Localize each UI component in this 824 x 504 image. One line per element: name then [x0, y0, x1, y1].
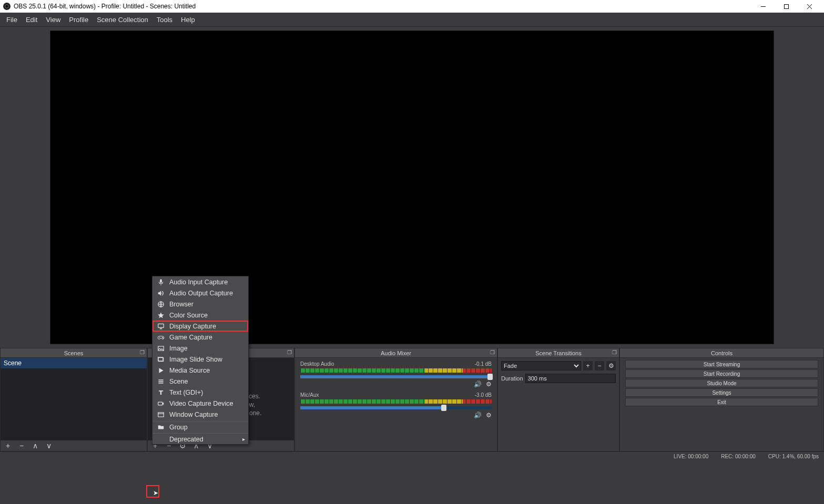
window-maximize-button[interactable] — [775, 0, 798, 13]
window-capture-icon — [157, 411, 165, 418]
context-menu-item-browser[interactable]: Browser — [152, 299, 248, 310]
transition-duration-label: Duration — [501, 375, 523, 382]
channel-meter — [300, 399, 492, 404]
context-menu-item-text-gdi-[interactable]: Text (GDI+) — [152, 387, 248, 398]
context-menu-item-label: Window Capture — [169, 411, 218, 418]
dock-popout-icon[interactable]: ❐ — [287, 349, 292, 355]
obs-logo-icon — [3, 3, 11, 10]
docks-row: Scenes ❐ Scene + − ∧ ∨ Sources ❐ — [0, 348, 824, 451]
dock-popout-icon[interactable]: ❐ — [140, 349, 145, 355]
channel-settings-icon[interactable]: ⚙ — [486, 412, 492, 419]
menu-profile[interactable]: Profile — [65, 14, 93, 26]
channel-volume-slider[interactable] — [300, 375, 492, 378]
settings-button[interactable]: Settings — [625, 388, 818, 397]
context-menu-item-label: Browser — [169, 301, 194, 308]
context-menu-item-image[interactable]: Image — [152, 343, 248, 354]
menu-edit[interactable]: Edit — [22, 14, 42, 26]
preview-area — [0, 27, 824, 348]
menu-view[interactable]: View — [42, 14, 65, 26]
audio-output-capture-icon — [157, 290, 165, 297]
svg-rect-11 — [158, 402, 162, 405]
menu-file[interactable]: File — [2, 14, 22, 26]
scene-add-button[interactable]: + — [4, 441, 12, 450]
context-menu-item-color-source[interactable]: Color Source — [152, 310, 248, 321]
context-menu-item-display-capture[interactable]: Display Capture — [152, 321, 248, 332]
controls-body: Start Streaming Start Recording Studio M… — [620, 358, 823, 451]
add-source-context-menu[interactable]: Audio Input CaptureAudio Output CaptureB… — [152, 276, 249, 445]
context-menu-item-label: Game Capture — [169, 334, 212, 341]
svg-rect-3 — [784, 4, 788, 8]
context-menu-item-label: Image — [169, 345, 188, 352]
text-gdi--icon — [157, 389, 165, 396]
scene-move-down-button[interactable]: ∨ — [45, 441, 53, 450]
start-recording-button[interactable]: Start Recording — [625, 369, 818, 378]
dock-controls-header[interactable]: Controls — [620, 348, 823, 358]
channel-volume-slider[interactable] — [300, 406, 492, 409]
app-frame: File Edit View Profile Scene Collection … — [0, 13, 824, 504]
start-streaming-button[interactable]: Start Streaming — [625, 360, 818, 368]
menu-help[interactable]: Help — [177, 14, 199, 26]
scene-row[interactable]: Scene — [1, 358, 147, 368]
context-menu-item-game-capture[interactable]: Game Capture — [152, 332, 248, 343]
context-menu-item-group[interactable]: Group — [152, 421, 248, 432]
dock-mixer-title: Audio Mixer — [381, 350, 411, 356]
context-menu-item-audio-output-capture[interactable]: Audio Output Capture — [152, 287, 248, 299]
channel-db: -3.0 dB — [475, 392, 492, 398]
group-icon — [157, 424, 165, 431]
annotation-highlight-box — [146, 485, 159, 498]
context-menu-item-image-slide-show[interactable]: Image Slide Show — [152, 354, 248, 365]
transitions-body: Fade + − ⚙ Duration — [498, 358, 619, 451]
scenes-list[interactable]: Scene + − ∧ ∨ — [1, 358, 147, 451]
context-menu-item-label: Audio Output Capture — [169, 290, 233, 297]
dock-mixer-header[interactable]: Audio Mixer ❐ — [295, 348, 497, 358]
channel-settings-icon[interactable]: ⚙ — [486, 380, 492, 388]
context-menu-item-deprecated[interactable]: Deprecated▸ — [152, 433, 248, 444]
dock-popout-icon[interactable]: ❐ — [490, 349, 495, 355]
transition-remove-button[interactable]: − — [595, 361, 604, 371]
context-menu-item-video-capture-device[interactable]: Video Capture Device — [152, 398, 248, 409]
context-menu-item-label: Color Source — [169, 312, 208, 319]
context-menu-item-audio-input-capture[interactable]: Audio Input Capture — [152, 276, 248, 287]
studio-mode-button[interactable]: Studio Mode — [625, 379, 818, 387]
transition-settings-button[interactable]: ⚙ — [606, 361, 616, 371]
channel-mute-icon[interactable]: 🔊 — [474, 380, 482, 388]
channel-db: -0.1 dB — [475, 361, 492, 367]
channel-mute-icon[interactable]: 🔊 — [474, 412, 482, 419]
menubar: File Edit View Profile Scene Collection … — [0, 13, 824, 27]
transition-add-button[interactable]: + — [583, 361, 593, 371]
dock-scenes-title: Scenes — [64, 350, 84, 356]
menu-scene-collection[interactable]: Scene Collection — [93, 14, 152, 26]
context-menu-item-window-capture[interactable]: Window Capture — [152, 409, 248, 420]
scene-icon — [157, 378, 165, 385]
scene-remove-button[interactable]: − — [17, 441, 26, 450]
dock-popout-icon[interactable]: ❐ — [612, 349, 617, 355]
dock-transitions-header[interactable]: Scene Transitions ❐ — [498, 348, 619, 358]
mixer-channel-mic: Mic/Aux -3.0 dB 🔊 ⚙ — [295, 389, 497, 420]
context-menu-item-label: Deprecated — [169, 436, 204, 443]
status-live: LIVE: 00:00:00 — [674, 454, 708, 459]
exit-button[interactable]: Exit — [625, 398, 818, 406]
mixer-body: Desktop Audio -0.1 dB 🔊 ⚙ Mic/Aux -3.0 d… — [295, 358, 497, 451]
window-minimize-button[interactable] — [751, 0, 775, 13]
audio-input-capture-icon — [157, 279, 165, 286]
transition-select[interactable]: Fade — [501, 361, 581, 371]
channel-name: Desktop Audio — [300, 361, 334, 367]
context-menu-item-scene[interactable]: Scene — [152, 376, 248, 387]
dock-scene-transitions: Scene Transitions ❐ Fade + − ⚙ Duration — [497, 348, 619, 451]
scene-move-up-button[interactable]: ∧ — [31, 441, 39, 450]
menu-tools[interactable]: Tools — [152, 14, 177, 26]
context-menu-item-label: Audio Input Capture — [169, 279, 228, 286]
dock-scenes-header[interactable]: Scenes ❐ — [1, 348, 147, 358]
svg-rect-12 — [158, 412, 164, 416]
mixer-channel-desktop: Desktop Audio -0.1 dB 🔊 ⚙ — [295, 358, 497, 389]
cursor-icon: ➤ — [153, 489, 158, 497]
dock-transitions-title: Scene Transitions — [535, 350, 581, 356]
context-menu-item-media-source[interactable]: Media Source — [152, 365, 248, 376]
dock-controls: Controls Start Streaming Start Recording… — [619, 348, 824, 451]
context-menu-item-label: Display Capture — [169, 323, 216, 330]
transition-duration-input[interactable] — [525, 374, 616, 383]
window-close-button[interactable] — [798, 0, 821, 13]
context-menu-item-label: Text (GDI+) — [169, 389, 203, 396]
display-capture-icon — [157, 323, 165, 330]
context-menu-item-label: Scene — [169, 378, 188, 385]
